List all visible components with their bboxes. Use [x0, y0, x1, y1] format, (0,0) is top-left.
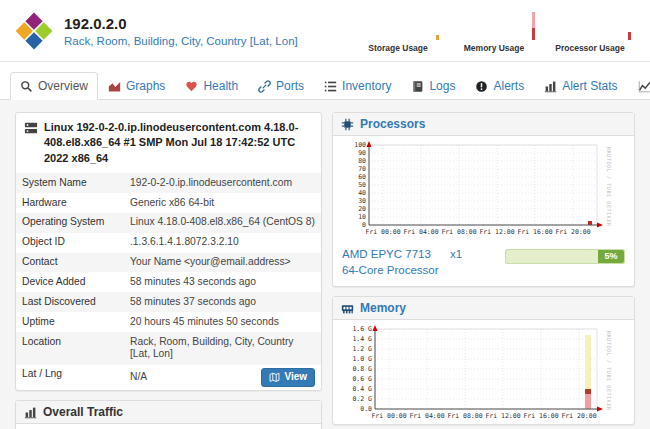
rrdtool-watermark: RRDTOOL / TOBI OETIKER [606, 331, 612, 411]
tick-label: Fri 00:00 [365, 228, 400, 236]
bar-chart-icon [544, 80, 557, 93]
row-value: 58 minutes 37 seconds ago [128, 292, 321, 312]
tick-label: 1.0 G [352, 355, 372, 363]
memory-minigraph [448, 8, 540, 42]
latlng-value: N/A [130, 371, 147, 384]
row-label: Uptime [16, 312, 128, 332]
area-chart-icon [108, 80, 121, 93]
tab-inventory[interactable]: Inventory [314, 72, 401, 100]
header-minigraphs: Storage Usage Memory Usage Processor Usa… [352, 8, 636, 53]
tab-latency[interactable]: Latency [628, 72, 650, 100]
tab-overview[interactable]: Overview [10, 72, 98, 100]
tick-label: Fri 08:00 [447, 412, 482, 420]
processors-card: Processors 100 90 80 70 60 [332, 112, 635, 287]
tab-label: Graphs [126, 79, 165, 93]
table-row: Hardware Generic x86 64-bit [16, 193, 321, 213]
tab-alerts[interactable]: Alerts [465, 72, 534, 100]
map-icon [269, 372, 280, 383]
system-info-card: Linux 192-0-2-0.ip.linodeusercontent.com… [15, 112, 322, 391]
device-tab-bar: Overview Graphs Health Ports Inventory L… [0, 62, 650, 100]
tick-label: 60 [358, 173, 366, 181]
minigraph-processor-label: Processor Usage [555, 43, 624, 53]
exclamation-circle-icon [475, 80, 488, 93]
tick-label: 40 [358, 189, 366, 197]
memory-title[interactable]: Memory [360, 301, 406, 315]
microchip-icon [341, 118, 354, 131]
table-row: Uptime 20 hours 45 minutes 50 seconds [16, 312, 321, 332]
tab-label: Logs [429, 79, 455, 93]
book-icon [411, 80, 424, 93]
overall-traffic-header: Overall Traffic [16, 401, 321, 424]
table-row: Last Discovered 58 minutes 37 seconds ag… [16, 292, 321, 312]
tab-logs[interactable]: Logs [401, 72, 465, 100]
table-row: Device Added 58 minutes 43 seconds ago [16, 272, 321, 292]
link-icon [258, 80, 271, 93]
row-value: .1.3.6.1.4.1.8072.3.2.10 [128, 233, 321, 253]
row-value: 58 minutes 43 seconds ago [128, 272, 321, 292]
cpu-count: x1 [450, 248, 462, 260]
view-map-button[interactable]: View [261, 368, 315, 387]
tick-label: 20 [358, 205, 366, 213]
overall-traffic-title: Overall Traffic [43, 405, 123, 419]
row-value: 192-0-2-0.ip.linodeusercontent.com [128, 173, 321, 193]
minigraph-memory-label: Memory Usage [464, 43, 524, 53]
processors-header: Processors [333, 113, 634, 136]
tick-label: 30 [358, 197, 366, 205]
tick-label: 100 [354, 141, 366, 149]
centos-logo [14, 11, 54, 51]
tick-label: 50 [358, 181, 366, 189]
cpu-usage-value: 5% [598, 250, 624, 263]
processor-minigraph [544, 8, 636, 42]
tick-label: Fri 00:00 [371, 412, 406, 420]
tab-label: Ports [276, 79, 304, 93]
tick-label: 70 [358, 165, 366, 173]
row-label: Lat / Lng [16, 365, 128, 391]
minigraph-memory[interactable]: Memory Usage [448, 8, 540, 53]
tick-label: Fri 04:00 [409, 412, 444, 420]
table-row: Lat / Lng N/A View [16, 365, 321, 391]
cpu-description: 64-Core Processor [342, 263, 462, 279]
traffic-chart-icon [24, 406, 37, 419]
left-column: Linux 192-0-2-0.ip.linodeusercontent.com… [15, 112, 322, 429]
overall-traffic-card: Overall Traffic 150 k 100 k 50 k [15, 400, 322, 429]
table-row: Contact Your Name <your@email.address> [16, 253, 321, 273]
tab-graphs[interactable]: Graphs [98, 72, 175, 100]
row-value: N/A View [128, 365, 321, 391]
tab-label: Inventory [342, 79, 391, 93]
cpu-usage-bar: 5% [505, 249, 625, 264]
tick-label: Fri 12:00 [479, 228, 514, 236]
tick-label: Fri 20:00 [561, 412, 596, 420]
storage-minigraph [352, 8, 444, 42]
tick-label: 0.0 [360, 405, 372, 413]
device-identity: 192.0.2.0 Rack, Room, Building, City, Co… [64, 15, 298, 47]
device-overview-page: 192.0.2.0 Rack, Room, Building, City, Co… [0, 0, 650, 429]
tick-label: 0.8 G [352, 365, 372, 373]
tab-alert-stats[interactable]: Alert Stats [534, 72, 627, 100]
system-table: System Name 192-0-2-0.ip.linodeuserconte… [16, 173, 321, 390]
row-value: 20 hours 45 minutes 50 seconds [128, 312, 321, 332]
tab-ports[interactable]: Ports [248, 72, 314, 100]
heart-icon [185, 80, 198, 93]
row-value: Rack, Room, Building, City, Country [Lat… [128, 332, 321, 365]
cpu-name-link[interactable]: AMD EPYC 7713 [342, 248, 431, 260]
tab-health[interactable]: Health [175, 72, 248, 100]
row-value: Generic x86 64-bit [128, 193, 321, 213]
memory-graph[interactable]: 1.6 G 1.4 G 1.2 G 1.0 G 0.8 G 0.6 G 0.4 … [339, 323, 628, 423]
system-title-row: Linux 192-0-2-0.ip.linodeusercontent.com… [16, 113, 321, 173]
tick-label: 0.2 G [352, 395, 372, 403]
row-label: System Name [16, 173, 128, 193]
processors-graph[interactable]: 100 90 80 70 60 50 40 30 20 10 0 Fri 00:… [339, 139, 628, 239]
tick-label: 0.4 G [352, 385, 372, 393]
device-location-link[interactable]: Rack, Room, Building, City, Country [Lat… [64, 35, 298, 47]
tick-label: Fri 16:00 [517, 228, 552, 236]
minigraph-storage[interactable]: Storage Usage [352, 8, 444, 53]
minigraph-processor[interactable]: Processor Usage [544, 8, 636, 53]
tick-label: 1.4 G [352, 335, 372, 343]
magnifier-icon [20, 80, 33, 93]
memory-header: Memory [333, 297, 634, 320]
rrdtool-watermark: RRDTOOL / TOBI OETIKER [606, 147, 612, 227]
row-value: Linux 4.18.0-408.el8.x86_64 (CentOS 8) [128, 213, 321, 233]
processors-title[interactable]: Processors [360, 117, 425, 131]
system-description: Linux 192-0-2-0.ip.linodeusercontent.com… [44, 120, 313, 166]
cpu-row: AMD EPYC 7713 x1 64-Core Processor 5% [333, 240, 634, 286]
